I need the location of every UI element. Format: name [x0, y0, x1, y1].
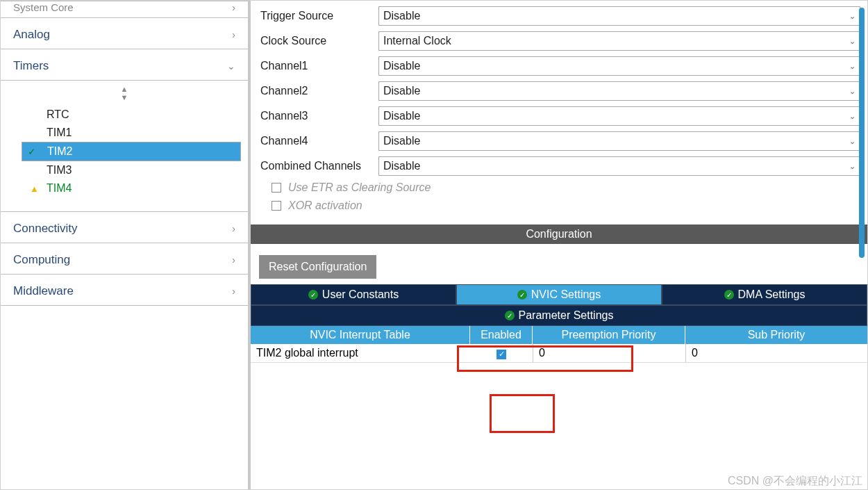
- check-circle-icon: ✓: [505, 311, 515, 320]
- form-row: Trigger SourceDisable⌄: [260, 6, 860, 26]
- checkbox-checked-icon: ✓: [496, 350, 506, 359]
- chevron-down-icon: ⌄: [849, 37, 856, 46]
- scrollbar[interactable]: [859, 8, 865, 258]
- dropdown[interactable]: Disable⌄: [378, 156, 860, 176]
- category-label: Middleware: [13, 284, 74, 298]
- dropdown-value: Disable: [383, 110, 420, 122]
- nvic-table-header: NVIC Interrupt Table Enabled Preemption …: [251, 326, 867, 344]
- category-label: Computing: [13, 253, 70, 267]
- checkbox-icon: [272, 183, 281, 193]
- configuration-title: Configuration: [251, 224, 867, 244]
- chevron-down-icon: ⌄: [849, 162, 856, 171]
- check-circle-icon: ✓: [517, 290, 527, 300]
- sidebar: System Core › Analog › Timers ⌄ ▲▼ RTC T…: [1, 1, 251, 489]
- watermark: CSDN @不会编程的小江江: [728, 474, 862, 489]
- timer-list: RTC TIM1 TIM2 TIM3 TIM4: [1, 106, 248, 211]
- tab-label: User Constants: [322, 288, 399, 301]
- form-label: Channel1: [260, 60, 378, 72]
- checkbox-icon: [272, 201, 281, 211]
- cell-subpriority[interactable]: 0: [685, 344, 867, 362]
- tab-dma-settings[interactable]: ✓ DMA Settings: [662, 284, 867, 305]
- form-row: Channel3Disable⌄: [260, 106, 860, 126]
- category-computing[interactable]: Computing ›: [1, 243, 248, 275]
- dropdown-value: Disable: [383, 10, 420, 22]
- tab-parameter-settings[interactable]: ✓ Parameter Settings: [251, 305, 867, 326]
- cell-enabled[interactable]: ✓: [470, 344, 533, 362]
- chevron-right-icon: ›: [232, 286, 235, 297]
- sidebar-item-rtc[interactable]: RTC: [1, 106, 248, 124]
- chevron-down-icon: ⌄: [849, 62, 856, 71]
- form-row: Channel2Disable⌄: [260, 81, 860, 101]
- tab-label: DMA Settings: [738, 288, 806, 301]
- highlight-enabled-col: [490, 394, 555, 433]
- tab-nvic-settings[interactable]: ✓ NVIC Settings: [456, 284, 662, 305]
- col-interrupt: NVIC Interrupt Table: [251, 326, 470, 344]
- checkbox-etr[interactable]: Use ETR as Clearing Source: [260, 181, 860, 194]
- chevron-down-icon: ⌄: [849, 137, 856, 146]
- chevron-right-icon: ›: [232, 254, 235, 266]
- category-analog[interactable]: Analog ›: [1, 18, 248, 49]
- chevron-right-icon: ›: [232, 29, 235, 40]
- reset-configuration-button[interactable]: Reset Configuration: [259, 255, 376, 279]
- dropdown-value: Disable: [383, 60, 420, 72]
- checkbox-label: XOR activation: [288, 199, 362, 212]
- checkbox-xor[interactable]: XOR activation: [260, 199, 860, 212]
- sidebar-item-tim4[interactable]: TIM4: [1, 179, 248, 197]
- col-preemption: Preemption Priority: [533, 326, 685, 344]
- dropdown[interactable]: Disable⌄: [378, 106, 860, 126]
- dropdown[interactable]: Disable⌄: [378, 81, 860, 101]
- form-row: Channel4Disable⌄: [260, 131, 860, 151]
- col-subpriority: Sub Priority: [685, 326, 867, 344]
- checkbox-label: Use ETR as Clearing Source: [288, 181, 431, 194]
- category-middleware[interactable]: Middleware ›: [1, 275, 248, 306]
- chevron-right-icon: ›: [232, 223, 235, 234]
- tab-label: Parameter Settings: [519, 309, 614, 322]
- category-system-core[interactable]: System Core ›: [1, 1, 248, 18]
- form-row: Channel1Disable⌄: [260, 56, 860, 76]
- dropdown[interactable]: Disable⌄: [378, 6, 860, 26]
- category-timers[interactable]: Timers ⌄: [1, 49, 248, 81]
- dropdown-value: Disable: [383, 85, 420, 97]
- check-circle-icon: ✓: [308, 290, 318, 300]
- form-label: Combined Channels: [260, 160, 378, 172]
- chevron-down-icon: ⌄: [849, 87, 856, 96]
- form-label: Channel2: [260, 85, 378, 97]
- chevron-right-icon: ›: [232, 2, 235, 13]
- table-row[interactable]: TIM2 global interrupt ✓ 0 0: [251, 344, 867, 363]
- dropdown[interactable]: Disable⌄: [378, 56, 860, 76]
- sidebar-item-tim3[interactable]: TIM3: [1, 161, 248, 179]
- config-tabs: ✓ User Constants ✓ NVIC Settings ✓ DMA S…: [251, 284, 867, 326]
- category-label: Connectivity: [13, 222, 78, 236]
- form-label: Trigger Source: [260, 10, 378, 22]
- dropdown-value: Internal Clock: [383, 35, 451, 47]
- dropdown-value: Disable: [383, 135, 420, 147]
- tab-user-constants[interactable]: ✓ User Constants: [251, 284, 456, 305]
- col-enabled: Enabled: [470, 326, 533, 344]
- chevron-down-icon: ⌄: [849, 112, 856, 121]
- dropdown[interactable]: Disable⌄: [378, 131, 860, 151]
- category-label: System Core: [13, 1, 74, 13]
- chevron-down-icon: ⌄: [227, 60, 235, 72]
- chevron-down-icon: ⌄: [849, 12, 856, 21]
- sort-icon[interactable]: ▲▼: [1, 81, 248, 106]
- main-panel: Trigger SourceDisable⌄Clock SourceIntern…: [251, 1, 867, 489]
- cell-interrupt: TIM2 global interrupt: [251, 344, 470, 362]
- category-label: Analog: [13, 28, 50, 42]
- dropdown-value: Disable: [383, 160, 420, 172]
- category-label: Timers: [13, 59, 49, 73]
- dropdown[interactable]: Internal Clock⌄: [378, 31, 860, 51]
- category-connectivity[interactable]: Connectivity ›: [1, 211, 248, 243]
- check-circle-icon: ✓: [724, 290, 734, 300]
- form-label: Channel3: [260, 110, 378, 122]
- form-label: Channel4: [260, 135, 378, 147]
- form-row: Combined ChannelsDisable⌄: [260, 156, 860, 176]
- sidebar-item-tim1[interactable]: TIM1: [1, 124, 248, 142]
- form-label: Clock Source: [260, 35, 378, 47]
- tab-label: NVIC Settings: [531, 288, 601, 301]
- cell-preemption[interactable]: 0: [533, 344, 685, 362]
- sidebar-item-tim2[interactable]: TIM2: [22, 142, 241, 161]
- form-row: Clock SourceInternal Clock⌄: [260, 31, 860, 51]
